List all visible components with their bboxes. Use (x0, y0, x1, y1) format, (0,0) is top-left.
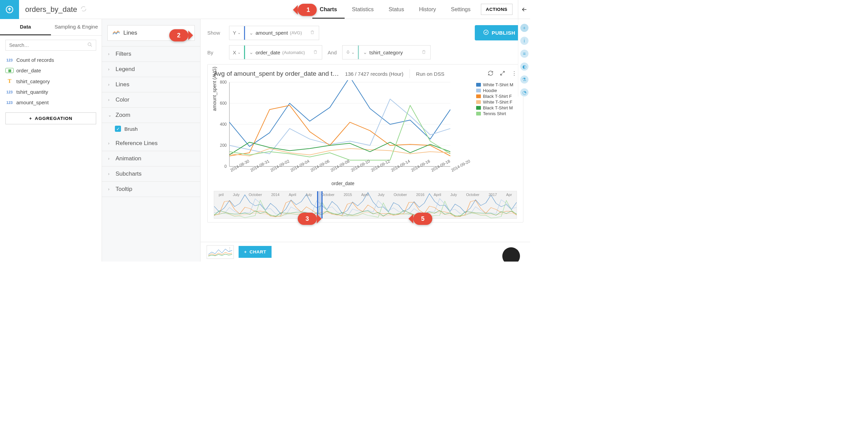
tab-charts[interactable]: Charts (312, 0, 345, 19)
list-icon[interactable]: ≡ (520, 50, 528, 58)
tab-history[interactable]: History (412, 0, 444, 19)
trash-icon[interactable] (309, 50, 322, 55)
show-label: Show (207, 30, 224, 36)
field-tshirt-category[interactable]: Ttshirt_category (5, 76, 96, 87)
record-count: 136 / 7427 records (Hour) (345, 71, 403, 77)
annotation-3: 3 (298, 213, 317, 225)
chevron-down-icon: ⌄ (351, 50, 354, 55)
tab-statistics[interactable]: Statistics (345, 0, 381, 19)
svg-text:400: 400 (220, 122, 227, 127)
clock-icon[interactable]: ◔ (520, 88, 528, 96)
legend-item[interactable]: White T-Shirt F (476, 100, 517, 105)
legend-item[interactable]: Hoodie (476, 88, 517, 93)
x-axis-pill[interactable]: X⌄ ⌄order_date (Automatic) (229, 45, 322, 59)
checkbox-checked-icon[interactable]: ✓ (115, 126, 121, 132)
more-icon[interactable]: ⋮ (511, 70, 517, 77)
y-axis-label: amount_spent (AVG) (212, 67, 217, 111)
chevron-right-icon: › (108, 156, 112, 161)
info-icon[interactable]: i (520, 37, 528, 45)
aggregation-button[interactable]: + AGGREGATION (5, 112, 96, 124)
legend-item[interactable]: Tennis Shirt (476, 111, 517, 116)
legend-item[interactable]: Black T-Shirt M (476, 105, 517, 110)
section-filters[interactable]: ›Filters (102, 47, 200, 62)
search-input[interactable] (9, 42, 87, 48)
chevron-right-icon: › (108, 187, 112, 192)
zoom-brush-option[interactable]: ✓ Brush (102, 123, 200, 136)
field-amount-spent[interactable]: 123amount_spent (5, 97, 96, 108)
app-logo[interactable] (0, 0, 19, 19)
droplet-icon (346, 50, 350, 55)
chart-legend: White T-Shirt MHoodieBlack T-Shirt FWhit… (476, 80, 517, 186)
svg-point-1 (88, 43, 91, 46)
y-axis-pill[interactable]: Y⌄ ⌄amount_spent (AVG) (229, 26, 319, 40)
chevron-right-icon: › (108, 141, 112, 146)
refresh-icon[interactable] (488, 70, 493, 77)
section-subcharts[interactable]: ›Subcharts (102, 166, 200, 182)
tab-settings[interactable]: Settings (444, 0, 478, 19)
line-chart: 0200400600800 (214, 80, 452, 168)
section-lines[interactable]: ›Lines (102, 77, 200, 92)
run-on-label[interactable]: Run on DSS (416, 71, 444, 77)
chevron-right-icon: › (108, 97, 112, 102)
annotation-1: 1 (298, 4, 317, 16)
chevron-down-icon: ⌄ (363, 49, 367, 55)
chat-icon[interactable]: ◐ (520, 63, 528, 71)
right-rail: + i ≡ ◐ ⚗ ◔ (518, 19, 530, 96)
chevron-right-icon: › (108, 52, 112, 56)
and-label: And (328, 50, 337, 55)
color-pill[interactable]: ⌄ ⌄tshirt_category (342, 45, 431, 59)
chevron-right-icon: › (108, 82, 112, 87)
search-icon (87, 42, 92, 48)
lines-icon (112, 30, 120, 36)
chevron-down-icon: ⌄ (238, 31, 241, 35)
svg-text:800: 800 (220, 80, 227, 85)
field-search[interactable] (5, 40, 96, 51)
chevron-down-icon: ⌄ (249, 30, 254, 36)
section-legend[interactable]: ›Legend (102, 62, 200, 77)
trash-icon[interactable] (306, 30, 319, 36)
top-tabs: E Charts Statistics Status History Setti… (294, 0, 530, 19)
date-type-icon: ▦ (5, 68, 14, 73)
chevron-right-icon: › (108, 172, 112, 176)
brush-timeline[interactable]: prilJulyOctober2014AprilJulyOctober2015A… (214, 191, 517, 219)
field-tshirt-quantity[interactable]: 123tshirt_quantity (5, 87, 96, 97)
tab-status[interactable]: Status (381, 0, 412, 19)
publish-button[interactable]: PUBLISH (475, 25, 523, 40)
section-animation[interactable]: ›Animation (102, 151, 200, 166)
dataset-name: orders_by_date (25, 5, 77, 14)
left-tab-data[interactable]: Data (0, 19, 51, 35)
number-type-icon: 123 (5, 90, 14, 94)
lab-icon[interactable]: ⚗ (520, 75, 528, 84)
left-tab-sampling[interactable]: Sampling & Engine (51, 19, 102, 35)
publish-icon (483, 29, 489, 36)
svg-text:0: 0 (224, 164, 227, 168)
chevron-down-icon: ⌄ (108, 113, 112, 118)
trash-icon[interactable] (417, 50, 430, 55)
section-zoom[interactable]: ⌄Zoom (102, 108, 200, 123)
chart-thumbnail[interactable]: ⋮ (207, 245, 234, 259)
more-icon[interactable]: ⋮ (227, 246, 232, 252)
chevron-down-icon: ⌄ (238, 50, 241, 55)
refresh-icon[interactable] (81, 5, 87, 14)
add-icon[interactable]: + (520, 24, 528, 32)
legend-item[interactable]: White T-Shirt M (476, 82, 517, 87)
number-type-icon: 123 (5, 58, 14, 62)
annotation-5: 5 (413, 213, 432, 225)
chart-card: Avg of amount_spent by order_date and t…… (207, 64, 523, 222)
field-count[interactable]: 123Count of records (5, 55, 96, 65)
section-reflines[interactable]: ›Reference Lines (102, 136, 200, 151)
chart-title: Avg of amount_spent by order_date and t… (214, 70, 339, 77)
svg-text:200: 200 (220, 143, 227, 148)
back-arrow-icon[interactable] (518, 0, 530, 19)
chevron-right-icon: › (108, 67, 112, 72)
legend-item[interactable]: Black T-Shirt F (476, 94, 517, 99)
section-tooltip[interactable]: ›Tooltip (102, 182, 200, 197)
by-label: By (207, 50, 224, 55)
field-order-date[interactable]: ▦order_date (5, 65, 96, 76)
actions-button[interactable]: ACTIONS (481, 4, 513, 15)
section-color[interactable]: ›Color (102, 92, 200, 108)
svg-text:600: 600 (220, 101, 227, 106)
add-chart-button[interactable]: + CHART (239, 246, 272, 258)
expand-icon[interactable] (500, 70, 505, 77)
x-axis-label: order_date (214, 181, 472, 186)
